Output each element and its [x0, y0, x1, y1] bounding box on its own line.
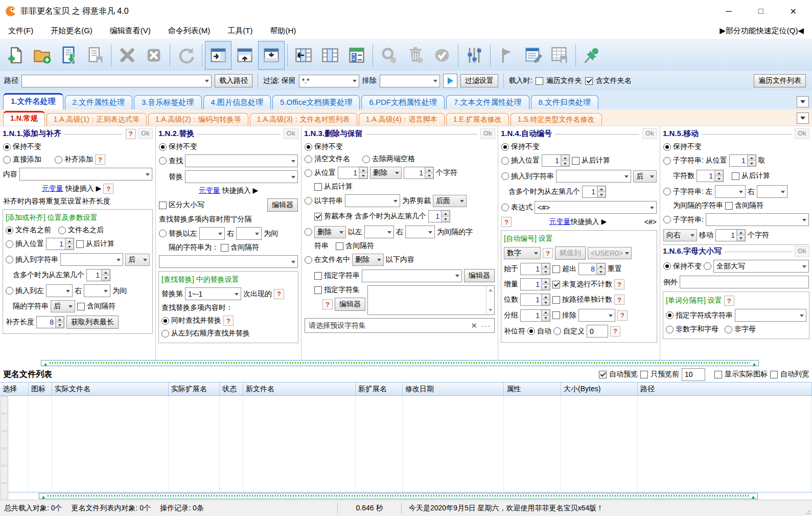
apply-filter-button[interactable]: [443, 74, 457, 88]
p4-insert-string-combobox[interactable]: [556, 170, 631, 183]
maximize-button[interactable]: □: [758, 7, 763, 16]
p1-left-sep-combobox[interactable]: [46, 284, 73, 297]
p4-over-checkbox[interactable]: [552, 265, 560, 273]
auto-preview-checkbox[interactable]: [599, 371, 607, 378]
p6-spec-chars-combobox[interactable]: [735, 309, 806, 322]
p4-type-dropdown[interactable]: 数字: [504, 247, 541, 259]
include-folder-names-checkbox[interactable]: [585, 77, 593, 85]
p3-incl-sep-checkbox[interactable]: [336, 242, 343, 250]
p3-charset-textarea[interactable]: [367, 285, 495, 315]
p2-left-sep-combobox[interactable]: [199, 227, 225, 240]
tab-music-tags[interactable]: 3.音乐标签处理: [134, 95, 202, 109]
column-header-select[interactable]: 选择: [0, 383, 29, 395]
subtab-extension-modify[interactable]: 1.E.扩展名修改: [446, 113, 509, 126]
p4-expression-combobox[interactable]: <#>: [535, 201, 657, 214]
column-header-new-extension[interactable]: 新扩展名: [356, 383, 403, 395]
help-icon[interactable]: ?: [95, 154, 105, 165]
p4-pos-spinner[interactable]: 1: [542, 154, 570, 167]
p4-metavar-link[interactable]: 元变量: [549, 217, 571, 226]
p4-expression-radio[interactable]: [501, 204, 509, 211]
column-header-status[interactable]: 状态: [220, 383, 243, 395]
p6-keep-radio[interactable]: [663, 262, 671, 270]
p5-left-sep-combobox[interactable]: [715, 185, 746, 198]
p1-pad-add-radio[interactable]: [55, 156, 62, 164]
panel-bottom-button[interactable]: [258, 41, 285, 70]
remove-button[interactable]: [114, 41, 141, 70]
p3-clear-name-radio[interactable]: [305, 155, 312, 163]
p3-keep-radio[interactable]: [305, 143, 312, 151]
preview-count-input[interactable]: 10: [682, 368, 705, 381]
p5-substr-between-radio[interactable]: [663, 188, 671, 195]
traverse-file-list-button[interactable]: 遍历文件列表: [754, 74, 806, 87]
help-icon[interactable]: ?: [501, 217, 512, 227]
p4-incr-spinner[interactable]: 1: [520, 278, 550, 290]
p1-insert-between-radio[interactable]: [6, 287, 13, 295]
quick-locate[interactable]: ▶部分功能快速定位(Q)◀: [720, 26, 804, 36]
p2-nth-combobox[interactable]: 1~-1: [185, 287, 241, 300]
subtab-advanced-3-compare-list[interactable]: 1.A.高级(3)：文件名对照列表: [250, 113, 357, 126]
p2-sep-string-combobox[interactable]: [159, 255, 298, 268]
p3-from-pos-radio[interactable]: [305, 169, 312, 177]
p4-calc-from-end-checkbox[interactable]: [572, 157, 579, 165]
panel-top-button[interactable]: [231, 41, 258, 70]
p4-multi-spinner[interactable]: 1: [582, 186, 606, 198]
p4-insert-to-string-radio[interactable]: [501, 172, 509, 180]
p3-editor-button[interactable]: 编辑器: [464, 269, 495, 282]
p5-direction-dropdown[interactable]: 向右: [663, 229, 697, 241]
p3-del-between-dropdown[interactable]: 删除: [314, 226, 346, 238]
help-icon[interactable]: ?: [610, 326, 620, 336]
subtab-advanced-4-script[interactable]: 1.A.高级(4)：语言脚本: [359, 113, 445, 126]
subtab-advanced-1-regex[interactable]: 1.A.高级(1)：正则表达式等: [47, 113, 147, 126]
p1-right-sep-combobox[interactable]: [84, 284, 110, 297]
p1-insert-pos-radio[interactable]: [6, 240, 13, 248]
p5-calc-from-end-checkbox[interactable]: [732, 172, 739, 180]
p3-spec-string-combobox[interactable]: [362, 270, 462, 282]
minimize-button[interactable]: ─: [726, 7, 732, 16]
p1-incl-sep-checkbox[interactable]: [77, 303, 85, 310]
p1-insert-pos-spinner[interactable]: 1: [46, 238, 74, 250]
p6-non-alpha-radio[interactable]: [725, 326, 732, 333]
p4-quick-insert-label[interactable]: 快捷插入 ▶: [571, 217, 607, 226]
p2-right-sep-combobox[interactable]: [236, 227, 262, 240]
column-header-size[interactable]: 大小(Bytes): [561, 383, 638, 395]
p3-charset-editor-button[interactable]: 编辑器: [335, 298, 365, 311]
p3-by-string-radio[interactable]: [305, 197, 312, 205]
tab-file-classification[interactable]: 8.文件归类处理: [531, 95, 599, 109]
menu-help[interactable]: 帮助(H): [270, 26, 296, 36]
column-view-button[interactable]: [317, 41, 343, 70]
p2-find-combobox[interactable]: [185, 154, 298, 167]
p2-case-sensitive-checkbox[interactable]: [159, 201, 167, 209]
add-folder-button[interactable]: [29, 41, 55, 70]
p1-insert-string-combobox[interactable]: [60, 253, 123, 266]
p5-keep-radio[interactable]: [663, 143, 671, 151]
clear-icon[interactable]: ✕: [471, 321, 477, 330]
p3-right-sep-combobox[interactable]: [405, 226, 435, 238]
p3-in-name-dropdown[interactable]: 删除: [352, 254, 384, 266]
p2-replace-combobox[interactable]: [185, 170, 298, 183]
p4-digits-spinner[interactable]: 1: [520, 294, 550, 306]
p2-replace-between-radio[interactable]: [159, 230, 167, 237]
p2-find-radio[interactable]: [159, 157, 167, 165]
p5-pos-spinner[interactable]: 1: [729, 154, 756, 167]
p3-count-spinner[interactable]: 1: [404, 167, 434, 179]
p4-keep-radio[interactable]: [501, 143, 509, 151]
save-table-button[interactable]: [546, 41, 573, 70]
p4-custom-radio[interactable]: [553, 327, 561, 335]
p4-uncounted-checkbox[interactable]: [552, 281, 560, 288]
help-icon[interactable]: ?: [614, 279, 624, 289]
p1-before-name-radio[interactable]: [6, 227, 13, 234]
p2-incl-sep-checkbox[interactable]: [221, 244, 228, 252]
p6-case-radio[interactable]: [704, 262, 711, 270]
p1-quick-insert-label[interactable]: 快捷插入 ▶: [65, 184, 102, 193]
menu-file[interactable]: 文件(F): [8, 26, 33, 36]
resize-grip[interactable]: [805, 509, 810, 514]
p4-exclude-combobox[interactable]: [578, 309, 615, 322]
p4-assign-button[interactable]: 赋值到: [555, 246, 586, 260]
p2-editor-button[interactable]: 编辑器: [267, 198, 298, 212]
p3-spec-string-checkbox[interactable]: [314, 272, 322, 280]
p4-over-spinner[interactable]: 8: [578, 263, 606, 275]
p3-in-name-radio[interactable]: [305, 256, 312, 264]
p2-sequential-radio[interactable]: [161, 330, 169, 338]
help-icon[interactable]: ?: [614, 295, 624, 305]
p3-crop-self-checkbox[interactable]: [314, 213, 322, 220]
